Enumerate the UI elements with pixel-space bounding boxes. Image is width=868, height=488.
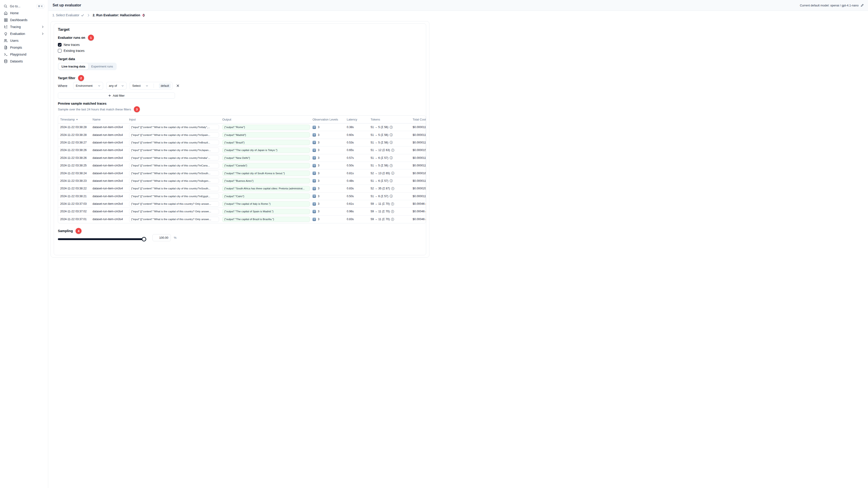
output-preview-box[interactable]: {"output":"The capital of Italy is Rome.… (222, 201, 310, 206)
token-info-icon[interactable]: i (391, 172, 394, 175)
table-row[interactable]: 2024-11-22 03:37:02 dataset-run-item-cm3… (58, 208, 426, 215)
output-preview-box[interactable]: {"output":"South Africa has three capita… (222, 186, 310, 191)
preview-title: Preview sample matched traces (58, 102, 106, 105)
annotation-badge-4: 4 (75, 228, 82, 234)
cell-total-cost: $0.000011 ( (412, 164, 426, 167)
output-preview-box[interactable]: {"output":"The capital city of Japan is … (222, 148, 310, 153)
output-preview-box[interactable]: {"output":"Cairo"} (222, 194, 310, 199)
token-info-icon[interactable]: i (391, 210, 394, 213)
sampling-value-input[interactable] (153, 234, 171, 241)
table-row[interactable]: 2024-11-22 03:37:03 dataset-run-item-cm3… (58, 200, 426, 208)
sidebar-item-label: Evaluation (10, 32, 25, 36)
filter-value-select[interactable]: Select default (130, 82, 173, 90)
table-row[interactable]: 2024-11-22 03:38:21 dataset-run-item-cm3… (58, 193, 426, 200)
checkbox-new-traces[interactable]: New traces (58, 42, 80, 47)
table-row[interactable]: 2024-11-22 03:37:01 dataset-run-item-cm3… (58, 216, 426, 223)
input-preview-box[interactable]: {"input":[{"content":"What is the capita… (129, 178, 219, 184)
sidebar-item-datasets[interactable]: Datasets (3, 58, 45, 65)
output-preview-box[interactable]: {"output":"Brazil"} (222, 140, 310, 145)
sidebar-item-playground[interactable]: Playground (3, 51, 45, 58)
tab-live-tracing-data[interactable]: Live tracing data (59, 63, 88, 70)
input-preview-box[interactable]: {"input":[{"content":"What is the capita… (129, 170, 219, 176)
token-info-icon[interactable]: i (390, 195, 393, 198)
token-info-icon[interactable]: i (391, 218, 394, 221)
input-preview-box[interactable]: {"input":[{"content":"What is the capita… (129, 140, 219, 145)
token-info-icon[interactable]: i (391, 187, 394, 190)
target-filter-label: Target filter (58, 76, 75, 80)
input-preview-box[interactable]: {"input":[{"content":"What is the capita… (129, 201, 219, 206)
output-preview-box[interactable]: {"output":"The capital of Spain is Madri… (222, 209, 310, 214)
output-preview-box[interactable]: {"output":"Buenos Aires"} (222, 178, 310, 184)
table-row[interactable]: 2024-11-22 03:38:27 dataset-run-item-cm3… (58, 139, 426, 147)
add-filter-button[interactable]: Add filter (58, 93, 175, 99)
output-preview-box[interactable]: {"output":"Canada"} (222, 163, 310, 168)
info-level-icon: i (312, 187, 316, 190)
token-info-icon[interactable]: i (391, 202, 394, 205)
cell-timestamp: 2024-11-22 03:38:26 (58, 149, 93, 152)
topbar: Set up evaluator Current default model: … (49, 0, 434, 11)
token-info-icon[interactable]: i (390, 179, 393, 182)
slider-thumb[interactable] (142, 237, 146, 241)
column-header-timestamp[interactable]: Timestamp ▼ (58, 118, 93, 121)
cell-observations: 3 (318, 210, 319, 213)
info-level-icon: i (312, 218, 316, 221)
cell-latency: 0.65s (346, 149, 370, 152)
input-preview-box[interactable]: {"input":[{"content":"What is the capita… (129, 194, 219, 199)
input-preview-box[interactable]: {"input":[{"content":"What is the capita… (129, 148, 219, 153)
token-info-icon[interactable]: i (390, 133, 393, 136)
token-info-icon[interactable]: i (391, 149, 394, 152)
input-preview-box[interactable]: {"input":[{"content":"What is the capita… (129, 186, 219, 191)
input-preview-box[interactable]: {"input":[{"content":"What is the capita… (129, 125, 219, 130)
output-preview-box[interactable]: {"output":"Madrid"} (222, 132, 310, 137)
output-preview-box[interactable]: {"output":"The capital city of South Kor… (222, 170, 310, 176)
cell-timestamp: 2024-11-22 03:38:26 (58, 156, 93, 160)
table-row[interactable]: 2024-11-22 03:38:24 dataset-run-item-cm3… (58, 169, 426, 177)
cell-tokens: 51 → 6 (Σ 57) (371, 179, 388, 183)
sidebar-item-evaluation[interactable]: Evaluation (3, 30, 45, 37)
step-select-evaluator[interactable]: 1. Select Evaluator (52, 13, 84, 17)
sidebar-item-prompts[interactable]: Prompts (3, 44, 45, 51)
output-preview-box[interactable]: {"output":"Rome"} (222, 125, 310, 130)
checkbox-existing-traces[interactable]: Existing traces (58, 48, 85, 53)
tab-experiment-runs[interactable]: Experiment runs (88, 63, 116, 70)
filter-column-select[interactable]: Environment (73, 82, 103, 90)
cell-total-cost: $0.000011 ( (412, 179, 426, 183)
token-info-icon[interactable]: i (390, 141, 393, 144)
sidebar-item-users[interactable]: Users (3, 37, 45, 44)
filter-operator-select[interactable]: any of (106, 82, 126, 90)
table-row[interactable]: 2024-11-22 03:38:25 dataset-run-item-cm3… (58, 162, 426, 169)
goto-label: Go to... (10, 4, 21, 8)
token-info-icon[interactable]: i (390, 156, 393, 159)
table-row[interactable]: 2024-11-22 03:38:23 dataset-run-item-cm3… (58, 177, 426, 185)
step-run-evaluator[interactable]: 2. Run Evaluator: Hallucination (93, 13, 146, 17)
cell-latency: 0.61s (346, 202, 370, 205)
sidebar-item-home[interactable]: Home (3, 10, 45, 17)
cell-observations: 3 (318, 133, 319, 137)
table-row[interactable]: 2024-11-22 03:38:28 dataset-run-item-cm3… (58, 131, 426, 139)
table-row[interactable]: 2024-11-22 03:38:22 dataset-run-item-cm3… (58, 185, 426, 192)
token-info-icon[interactable]: i (390, 126, 393, 129)
remove-filter-button[interactable] (176, 84, 180, 88)
goto-search[interactable]: Go to... ⌘ K (3, 3, 45, 10)
table-row[interactable]: 2024-11-22 03:38:28 dataset-run-item-cm3… (58, 124, 426, 131)
cell-timestamp: 2024-11-22 03:37:03 (58, 202, 93, 205)
sampling-slider[interactable] (58, 237, 146, 241)
output-preview-box[interactable]: {"output":"The capital of Brazil is Bras… (222, 217, 310, 222)
input-preview-box[interactable]: {"input":[{"content":"What is the capita… (129, 209, 219, 214)
input-preview-box[interactable]: {"input":[{"content":"What is the capita… (129, 132, 219, 137)
filter-value-chip[interactable]: default (159, 83, 171, 88)
input-preview-box[interactable]: {"input":[{"content":"What is the capita… (129, 155, 219, 160)
token-info-icon[interactable]: i (390, 164, 393, 167)
table-row[interactable]: 2024-11-22 03:38:26 dataset-run-item-cm3… (58, 147, 426, 154)
output-preview-box[interactable]: {"output":"New Delhi"} (222, 155, 310, 160)
cell-tokens: 52 → 13 (Σ 65) (371, 172, 390, 175)
info-level-icon: i (312, 149, 316, 152)
sidebar-item-dashboards[interactable]: Dashboards (3, 17, 45, 24)
target-heading: Target (58, 27, 69, 32)
cell-latency: 0.50s (346, 195, 370, 198)
input-preview-box[interactable]: {"input":[{"content":"What is the capita… (129, 217, 219, 222)
sidebar-item-label: Playground (10, 53, 26, 56)
input-preview-box[interactable]: {"input":[{"content":"What is the capita… (129, 163, 219, 168)
table-row[interactable]: 2024-11-22 03:38:26 dataset-run-item-cm3… (58, 154, 426, 162)
sidebar-item-tracing[interactable]: Tracing (3, 24, 45, 30)
